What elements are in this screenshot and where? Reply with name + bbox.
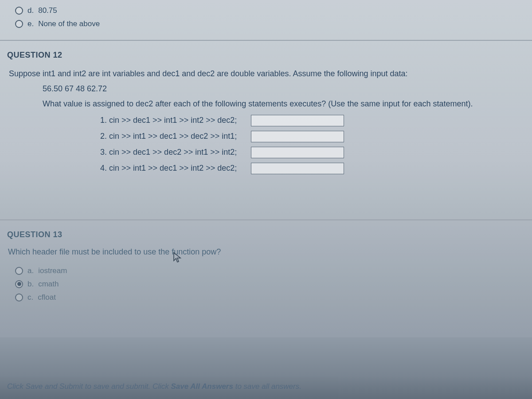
footer-emphasis: Save All Answers bbox=[171, 382, 233, 391]
q12-prompt-line1: Suppose int1 and int2 are int variables … bbox=[9, 68, 523, 80]
statement-label: 4. cin >> int1 >> dec1 >> int2 >> dec2; bbox=[100, 164, 246, 173]
question-12-title: QUESTION 12 bbox=[7, 51, 525, 60]
question-12-panel: QUESTION 12 Suppose int1 and int2 are in… bbox=[0, 40, 532, 219]
q13-option-c[interactable]: c. cfloat bbox=[15, 293, 525, 302]
option-text: None of the above bbox=[38, 20, 100, 28]
q12-answer-input-4[interactable] bbox=[251, 163, 344, 174]
option-text: iostream bbox=[38, 266, 67, 275]
q12-statements: 1. cin >> dec1 >> int1 >> int2 >> dec2; … bbox=[100, 115, 525, 174]
question-13-panel: QUESTION 13 Which header file must be in… bbox=[0, 219, 532, 337]
q12-statement-1: 1. cin >> dec1 >> int1 >> int2 >> dec2; bbox=[100, 115, 525, 126]
q13-option-b[interactable]: b. cmath bbox=[15, 280, 525, 289]
q12-answer-input-3[interactable] bbox=[251, 147, 344, 158]
q11-option-e[interactable]: e. None of the above bbox=[15, 20, 525, 28]
q12-statement-3: 3. cin >> dec1 >> dec2 >> int1 >> int2; bbox=[100, 147, 525, 158]
q12-answer-input-2[interactable] bbox=[251, 131, 344, 142]
question-11-partial: d. 80.75 e. None of the above bbox=[0, 0, 532, 40]
q12-statement-2: 2. cin >> int1 >> dec1 >> dec2 >> int1; bbox=[100, 131, 525, 142]
footer-instructions: Click Save and Submit to save and submit… bbox=[0, 376, 532, 399]
q12-answer-input-1[interactable] bbox=[251, 115, 344, 126]
q12-prompt-line2: What value is assigned to dec2 after eac… bbox=[43, 98, 523, 110]
option-text: 80.75 bbox=[38, 6, 57, 15]
q13-prompt: Which header file must be included to us… bbox=[8, 247, 525, 257]
radio-icon[interactable] bbox=[15, 20, 23, 28]
footer-text-1: Click Save and Submit to save and submit… bbox=[7, 382, 171, 391]
radio-icon[interactable] bbox=[15, 7, 23, 15]
statement-label: 3. cin >> dec1 >> dec2 >> int1 >> int2; bbox=[100, 148, 246, 157]
radio-icon[interactable] bbox=[15, 293, 23, 301]
question-13-title: QUESTION 13 bbox=[7, 230, 525, 239]
statement-label: 1. cin >> dec1 >> int1 >> int2 >> dec2; bbox=[100, 116, 246, 125]
statement-label: 2. cin >> int1 >> dec1 >> dec2 >> int1; bbox=[100, 132, 246, 141]
q11-option-d[interactable]: d. 80.75 bbox=[15, 6, 525, 15]
option-letter: a. bbox=[27, 266, 34, 275]
option-letter: d. bbox=[27, 6, 34, 15]
q12-statement-4: 4. cin >> int1 >> dec1 >> int2 >> dec2; bbox=[100, 163, 525, 174]
option-text: cmath bbox=[38, 280, 59, 289]
option-letter: e. bbox=[27, 20, 34, 28]
radio-icon[interactable] bbox=[15, 267, 23, 275]
option-text: cfloat bbox=[38, 293, 56, 302]
footer-text-2: to save all answers. bbox=[235, 382, 301, 391]
q12-input-data: 56.50 67 48 62.72 bbox=[43, 83, 523, 95]
q13-option-a[interactable]: a. iostream bbox=[15, 266, 525, 275]
option-letter: c. bbox=[27, 293, 33, 302]
radio-icon[interactable] bbox=[15, 280, 23, 288]
option-letter: b. bbox=[27, 280, 34, 289]
